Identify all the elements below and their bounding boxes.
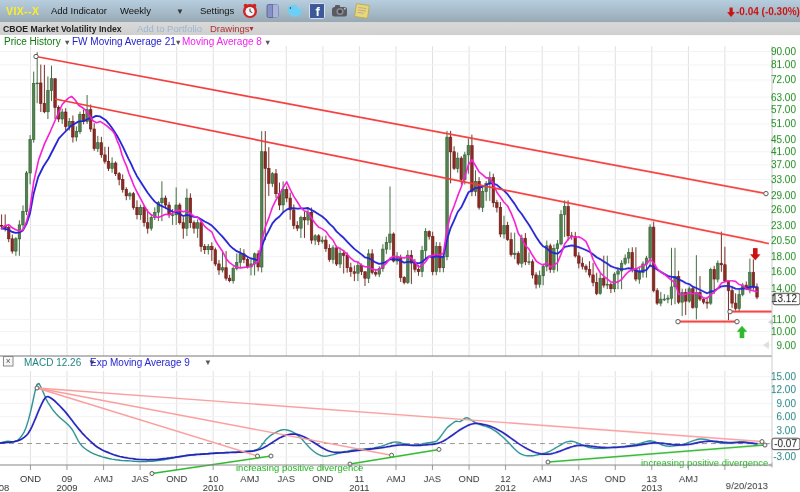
svg-text:3.00: 3.00	[776, 425, 796, 436]
svg-text:13.12: 13.12	[772, 293, 797, 304]
svg-text:AMJ: AMJ	[240, 473, 259, 484]
svg-text:-3.00: -3.00	[773, 452, 796, 463]
svg-text:72.00: 72.00	[771, 75, 796, 86]
svg-text:▼: ▼	[248, 25, 255, 32]
svg-text:29.00: 29.00	[771, 191, 796, 202]
svg-text:15.00: 15.00	[771, 371, 796, 382]
svg-text:08: 08	[0, 482, 9, 492]
svg-text:JAS: JAS	[131, 473, 148, 484]
svg-text:FW Moving Average 21: FW Moving Average 21	[72, 36, 176, 47]
svg-text:Settings: Settings	[200, 5, 235, 16]
svg-text:2009: 2009	[56, 482, 77, 492]
svg-text:51.00: 51.00	[771, 119, 796, 130]
svg-text:×: ×	[6, 356, 11, 366]
svg-text:Price History: Price History	[4, 36, 61, 47]
svg-text:9.00: 9.00	[776, 398, 796, 409]
svg-text:▼: ▼	[264, 38, 271, 47]
svg-text:9/20/2013: 9/20/2013	[726, 480, 768, 491]
svg-text:increasing positive divergence: increasing positive divergence	[236, 462, 363, 473]
svg-text:AMJ: AMJ	[679, 473, 698, 484]
svg-text:Moving Average 8: Moving Average 8	[182, 36, 262, 47]
svg-text:▼: ▼	[204, 358, 212, 367]
svg-text:VIX--X: VIX--X	[6, 5, 39, 17]
svg-text:Add to Portfolio: Add to Portfolio	[137, 23, 202, 34]
svg-text:26.00: 26.00	[771, 204, 796, 215]
svg-text:12.00: 12.00	[771, 384, 796, 395]
svg-text:20.50: 20.50	[771, 235, 796, 246]
svg-text:OND: OND	[312, 473, 333, 484]
svg-text:81.00: 81.00	[771, 60, 796, 71]
svg-text:57.00: 57.00	[771, 104, 796, 115]
svg-text:OND: OND	[20, 473, 41, 484]
svg-text:90.00: 90.00	[771, 46, 796, 57]
svg-text:-0.07: -0.07	[774, 438, 797, 449]
svg-text:▼: ▼	[176, 7, 184, 16]
svg-text:-0.04 (-0.30%): -0.04 (-0.30%)	[736, 6, 800, 17]
svg-text:23.00: 23.00	[771, 220, 796, 231]
svg-text:OND: OND	[605, 473, 626, 484]
svg-text:2011: 2011	[349, 482, 369, 492]
svg-text:63.00: 63.00	[771, 92, 796, 103]
svg-text:Drawings: Drawings	[210, 23, 250, 34]
svg-text:AMJ: AMJ	[533, 473, 552, 484]
svg-text:37.00: 37.00	[771, 159, 796, 170]
svg-text:AMJ: AMJ	[386, 473, 405, 484]
svg-text:JAS: JAS	[570, 473, 587, 484]
svg-text:33.00: 33.00	[771, 174, 796, 185]
svg-text:11.00: 11.00	[772, 314, 797, 325]
svg-text:▼: ▼	[63, 38, 70, 47]
svg-text:Exp Moving Average 9: Exp Moving Average 9	[90, 357, 190, 368]
svg-text:JAS: JAS	[278, 473, 295, 484]
svg-text:AMJ: AMJ	[94, 473, 113, 484]
svg-text:JAS: JAS	[424, 473, 441, 484]
svg-text:▼: ▼	[174, 38, 181, 47]
svg-text:OND: OND	[166, 473, 187, 484]
svg-text:6.00: 6.00	[776, 411, 796, 422]
svg-text:Weekly: Weekly	[120, 5, 151, 16]
svg-text:18.00: 18.00	[771, 251, 796, 262]
svg-text:10.00: 10.00	[771, 326, 796, 337]
svg-text:16.00: 16.00	[771, 266, 796, 277]
svg-text:2010: 2010	[203, 482, 224, 492]
svg-text:9.00: 9.00	[776, 340, 796, 351]
svg-text:MACD 12.26: MACD 12.26	[24, 357, 82, 368]
svg-text:CBOE Market Volatility Index: CBOE Market Volatility Index	[3, 24, 122, 34]
svg-text:2013: 2013	[641, 482, 662, 492]
svg-text:41.00: 41.00	[771, 146, 796, 157]
svg-text:45.00: 45.00	[771, 135, 796, 146]
svg-text:Add Indicator: Add Indicator	[51, 5, 107, 16]
svg-text:increasing positive divergence: increasing positive divergence	[641, 457, 768, 468]
svg-text:OND: OND	[458, 473, 479, 484]
svg-text:2012: 2012	[495, 482, 516, 492]
svg-text:f: f	[316, 4, 321, 19]
